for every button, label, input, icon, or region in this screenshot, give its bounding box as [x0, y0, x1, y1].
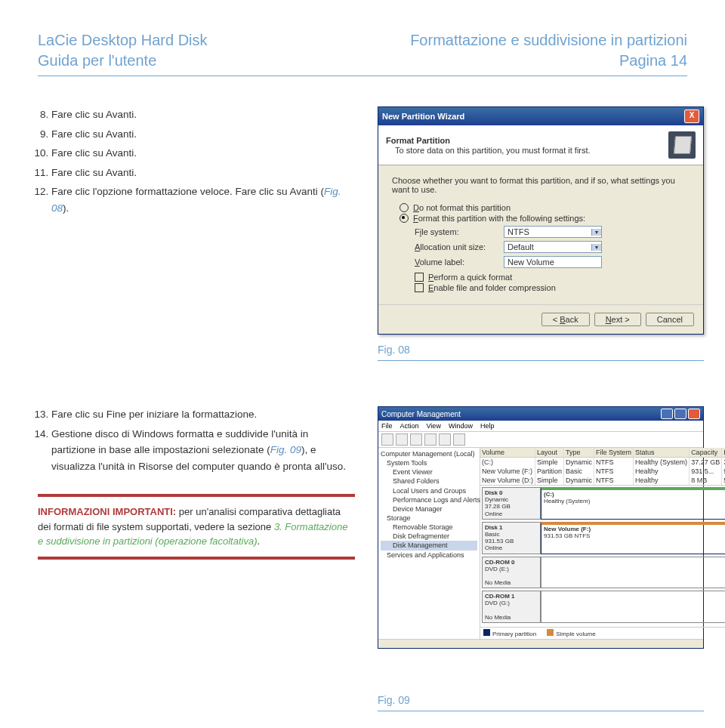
header-right-2: Pagina 14 [410, 51, 687, 71]
steps-top: Fare clic su Avanti.Fare clic su Avanti.… [38, 106, 355, 361]
step-12: Fare clic l'opzione formattazione veloce… [51, 184, 355, 216]
xp-title: New Partition Wizard [382, 112, 464, 121]
tree-node[interactable]: Shared Folders [381, 477, 477, 486]
column-header[interactable]: Status [634, 448, 690, 458]
toolbar-icon[interactable] [381, 433, 393, 446]
callout-title: INFORMAZIONI IMPORTANTI: [38, 506, 176, 517]
close-icon[interactable] [688, 409, 700, 419]
step-8: Fare clic su Avanti. [51, 106, 355, 123]
header-right-1: Formattazione e suddivisione in partizio… [410, 30, 687, 51]
step-9: Fare clic su Avanti. [51, 126, 355, 143]
menu-item[interactable]: Help [480, 422, 495, 430]
tree-node[interactable]: Storage [381, 514, 477, 523]
radio-format-with-settings[interactable] [400, 214, 409, 223]
computer-management-window: Computer Management FileActionViewWindow… [378, 406, 704, 649]
xp-instruction: Choose whether you want to format this p… [392, 176, 690, 194]
back-button[interactable]: < Back [541, 313, 590, 326]
fig-09-reference: Fig. 09 [270, 444, 301, 455]
tree-node[interactable]: Computer Management (Local) [381, 449, 477, 458]
cancel-button[interactable]: Cancel [646, 313, 694, 326]
cm-tree[interactable]: Computer Management (Local)System ToolsE… [378, 448, 480, 639]
cm-volume-table: VolumeLayoutTypeFile SystemStatusCapacit… [480, 448, 725, 485]
column-header[interactable]: Layout [535, 448, 564, 458]
xp-titlebar[interactable]: New Partition Wizard X [378, 107, 703, 125]
cm-toolbar[interactable] [378, 432, 703, 448]
column-header[interactable]: Volume [480, 448, 535, 458]
disk-stack-icon [668, 131, 696, 159]
important-info-callout: INFORMAZIONI IMPORTANTI: per un'analisi … [38, 494, 355, 560]
cdrom-0-row[interactable]: CD-ROM 0 DVD (E:) No Media [482, 557, 725, 589]
disk-0-row[interactable]: Disk 0 Dynamic 37.28 GB Online (C:)Healt… [482, 487, 725, 520]
step-10: Fare clic su Avanti. [51, 145, 355, 162]
tree-node[interactable]: Services and Applications [381, 551, 477, 560]
select-file-system[interactable]: NTFS▾ [504, 226, 602, 238]
menu-item[interactable]: Action [400, 422, 419, 430]
xp-subheading: To store data on this partition, you mus… [395, 146, 591, 155]
toolbar-icon[interactable] [424, 433, 437, 446]
column-header[interactable]: File System [594, 448, 634, 458]
checkbox-quick-format[interactable] [415, 273, 424, 282]
radio-do-not-format[interactable] [400, 203, 409, 212]
header-left-2: Guida per l'utente [38, 51, 208, 71]
checkbox-enable-compression[interactable] [415, 283, 424, 292]
cdrom-1-row[interactable]: CD-ROM 1 DVD (G:) No Media [482, 591, 725, 623]
figure-08-caption: Fig. 08 [378, 344, 704, 361]
select-allocation-unit[interactable]: Default▾ [504, 241, 602, 253]
column-header[interactable]: Type [564, 448, 594, 458]
step-13: Fare clic su Fine per iniziare la format… [51, 406, 355, 423]
menu-item[interactable]: Window [449, 422, 473, 430]
tree-node[interactable]: Local Users and Groups [381, 486, 477, 495]
menu-item[interactable]: File [381, 422, 393, 430]
page-header: LaCie Desktop Hard Disk Guida per l'uten… [38, 30, 687, 71]
input-volume-label[interactable]: New Volume [504, 256, 602, 268]
step-14: Gestione disco di Windows formatta e sud… [51, 426, 355, 475]
cm-legend: Primary partition Simple volume [480, 627, 725, 639]
chevron-down-icon: ▾ [591, 229, 601, 236]
column-header[interactable]: Capacity [690, 448, 722, 458]
close-icon[interactable]: X [684, 110, 699, 123]
table-row[interactable]: New Volume (F:)PartitionBasicNTFSHealthy… [480, 467, 725, 476]
tree-node[interactable]: Removable Storage [381, 523, 477, 532]
table-row[interactable]: (C:)SimpleDynamicNTFSHealthy (System)37.… [480, 458, 725, 467]
toolbar-icon[interactable] [439, 433, 451, 446]
tree-node[interactable]: System Tools [381, 458, 477, 467]
tree-node[interactable]: Device Manager [381, 504, 477, 514]
toolbar-icon[interactable] [396, 433, 408, 446]
tree-node[interactable]: Performance Logs and Alerts [381, 495, 477, 504]
header-left-1: LaCie Desktop Hard Disk [38, 30, 208, 51]
tree-node[interactable]: Disk Management [381, 541, 477, 550]
cm-menu[interactable]: FileActionViewWindowHelp [378, 421, 703, 432]
step-11: Fare clic su Avanti. [51, 165, 355, 181]
table-row[interactable]: New Volume (D:)SimpleDynamicNTFSHealthy8… [480, 476, 725, 485]
figure-09-caption: Fig. 09 [378, 694, 704, 711]
chevron-down-icon: ▾ [591, 244, 601, 251]
column-header[interactable]: Free Space [722, 448, 725, 458]
toolbar-icon[interactable] [410, 433, 422, 446]
menu-item[interactable]: View [427, 422, 441, 430]
disk-1-row[interactable]: Disk 1 Basic 931.53 GB Online New Volume… [482, 522, 725, 554]
maximize-icon[interactable] [674, 409, 686, 419]
tree-node[interactable]: Disk Defragmenter [381, 532, 477, 541]
cm-statusbar [378, 639, 703, 648]
label-file-system: File system: [415, 227, 498, 236]
header-divider [38, 76, 687, 76]
toolbar-icon[interactable] [453, 433, 465, 446]
label-allocation-unit: Allocation unit size: [415, 242, 498, 251]
next-button[interactable]: Next > [594, 313, 641, 326]
xp-dialog: New Partition Wizard X Format Partition … [378, 106, 704, 335]
cm-titlebar[interactable]: Computer Management [378, 407, 703, 421]
tree-node[interactable]: Event Viewer [381, 467, 477, 477]
label-volume-label: Volume label: [415, 258, 498, 267]
xp-heading: Format Partition [386, 136, 591, 145]
minimize-icon[interactable] [661, 409, 673, 419]
